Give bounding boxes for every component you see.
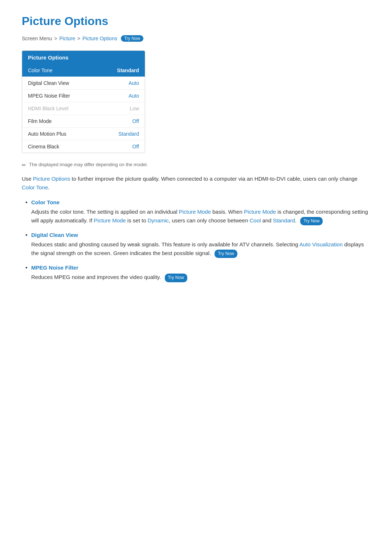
link-picture-mode-1[interactable]: Picture Mode [179, 209, 211, 215]
menu-value-auto-motion-plus: Standard [118, 131, 139, 137]
note-text: The displayed image may differ depending… [29, 162, 148, 167]
menu-label-hdmi-black-level: HDMI Black Level [28, 106, 68, 111]
menu-header: Picture Options [22, 51, 145, 64]
breadcrumb-sep-2: > [77, 36, 80, 41]
section-text-mpeg-noise-filter: Reduces MPEG noise and improves the vide… [31, 274, 187, 280]
menu-label-auto-motion-plus: Auto Motion Plus [28, 131, 66, 137]
note-row: ✏ The displayed image may differ dependi… [22, 162, 370, 168]
link-auto-visualization[interactable]: Auto Visualization [299, 241, 343, 247]
menu-row-digital-clean-view[interactable]: Digital Clean View Auto [22, 77, 145, 90]
try-now-digital-clean-view[interactable]: Try Now [215, 250, 237, 258]
section-heading-digital-clean-view[interactable]: Digital Clean View [31, 232, 370, 238]
try-now-color-tone[interactable]: Try Now [300, 217, 323, 225]
menu-row-color-tone[interactable]: Color Tone Standard [22, 64, 145, 77]
menu-label-digital-clean-view: Digital Clean View [28, 80, 69, 86]
link-picture-mode-3[interactable]: Picture Mode [94, 217, 126, 223]
section-heading-mpeg-noise-filter[interactable]: MPEG Noise Filter [31, 264, 370, 271]
section-digital-clean-view: Digital Clean View Reduces static and gh… [31, 232, 370, 258]
breadcrumb-screen-menu: Screen Menu [22, 36, 52, 41]
breadcrumb-picture[interactable]: Picture [59, 36, 75, 41]
picture-options-menu: Picture Options Color Tone Standard Digi… [22, 50, 145, 153]
menu-row-auto-motion-plus[interactable]: Auto Motion Plus Standard [22, 128, 145, 140]
section-mpeg-noise-filter: MPEG Noise Filter Reduces MPEG noise and… [31, 264, 370, 282]
try-now-mpeg-noise-filter[interactable]: Try Now [165, 274, 187, 282]
menu-label-color-tone: Color Tone [28, 67, 52, 73]
breadcrumb: Screen Menu > Picture > Picture Options … [22, 35, 370, 42]
menu-value-film-mode: Off [132, 118, 139, 124]
menu-label-film-mode: Film Mode [28, 118, 52, 124]
menu-value-digital-clean-view: Auto [128, 80, 139, 86]
link-picture-mode-2[interactable]: Picture Mode [244, 209, 276, 215]
menu-label-cinema-black: Cinema Black [28, 144, 59, 149]
sections-list: Color Tone Adjusts the color tone. The s… [22, 199, 370, 282]
menu-value-color-tone: Standard [117, 67, 139, 73]
link-standard[interactable]: Standard [273, 217, 295, 223]
menu-value-hdmi-black-level: Low [130, 106, 139, 111]
link-cool[interactable]: Cool [250, 217, 261, 223]
intro-link-color-tone[interactable]: Color Tone [22, 184, 48, 190]
pencil-icon: ✏ [22, 162, 26, 168]
section-color-tone: Color Tone Adjusts the color tone. The s… [31, 199, 370, 225]
menu-label-mpeg-noise-filter: MPEG Noise Filter [28, 93, 70, 99]
intro-paragraph: Use Picture Options to further improve t… [22, 175, 370, 192]
breadcrumb-sep-1: > [54, 36, 57, 41]
menu-row-hdmi-black-level: HDMI Black Level Low [22, 102, 145, 115]
link-dynamic[interactable]: Dynamic [148, 217, 169, 223]
menu-row-mpeg-noise-filter[interactable]: MPEG Noise Filter Auto [22, 90, 145, 102]
menu-value-mpeg-noise-filter: Auto [128, 93, 139, 99]
menu-row-film-mode[interactable]: Film Mode Off [22, 115, 145, 128]
section-text-color-tone: Adjusts the color tone. The setting is a… [31, 209, 368, 223]
menu-row-cinema-black[interactable]: Cinema Black Off [22, 140, 145, 153]
intro-text-3: . [48, 184, 49, 190]
section-text-digital-clean-view: Reduces static and ghosting caused by we… [31, 241, 364, 256]
page-title: Picture Options [22, 15, 370, 28]
section-heading-color-tone[interactable]: Color Tone [31, 199, 370, 205]
intro-link-picture-options[interactable]: Picture Options [33, 176, 70, 182]
intro-text-2: to further improve the picture quality. … [70, 176, 358, 182]
breadcrumb-try-now[interactable]: Try Now [121, 35, 143, 42]
intro-text-1: Use [22, 176, 33, 182]
menu-value-cinema-black: Off [132, 144, 139, 149]
breadcrumb-picture-options[interactable]: Picture Options [82, 36, 117, 41]
